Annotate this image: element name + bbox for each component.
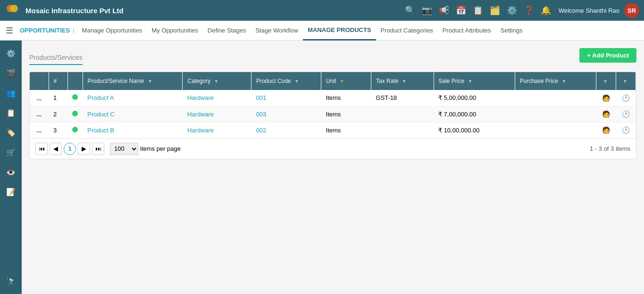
top-bar: Mosaic Infrastructure Pvt Ltd 🔍 📷 📢 📅 📋 …: [0, 0, 644, 21]
action-clock-icon-2[interactable]: 🕐: [621, 125, 631, 135]
section-title: Products/Services: [29, 54, 83, 65]
action-person-icon-1[interactable]: 🧑: [601, 109, 611, 119]
action-clock-icon-1[interactable]: 🕐: [621, 109, 631, 119]
nav-stage-workflow[interactable]: Stage Workflow: [251, 21, 303, 41]
action-person-icon-0[interactable]: 🧑: [601, 93, 611, 103]
status-dot-0: [72, 94, 78, 100]
pagination-current-page[interactable]: 1: [64, 143, 76, 155]
row-menu-button-2[interactable]: ...: [34, 125, 44, 135]
filter-code-icon[interactable]: ▼: [294, 79, 299, 84]
sidebar: ⚙️ 🎬 👥 📋 🏷️ 🛒 👁️ 📝 🔭: [0, 41, 22, 294]
bell-icon[interactable]: 🔔: [541, 5, 551, 16]
sidebar-icon-film[interactable]: 🎬: [3, 65, 19, 81]
sidebar-icon-clipboard[interactable]: 📋: [3, 105, 19, 121]
product-name-link-0[interactable]: Product A: [87, 94, 114, 101]
nav-settings[interactable]: Settings: [495, 21, 527, 41]
nav-separator: |: [73, 27, 74, 34]
sidebar-icon-shopping[interactable]: 🛒: [3, 144, 19, 160]
filter-name-icon[interactable]: ▼: [148, 79, 152, 84]
row-sale-0: ₹ 5,00,000.00: [434, 90, 515, 106]
row-dots-1[interactable]: ...: [30, 106, 49, 122]
row-code-0[interactable]: 001: [251, 90, 321, 106]
pagination-first[interactable]: ⏮: [35, 143, 48, 155]
row-menu-button-1[interactable]: ...: [34, 109, 44, 119]
sidebar-icon-binoculars[interactable]: 🔭: [3, 273, 19, 289]
row-menu-button-0[interactable]: ...: [34, 93, 44, 103]
filter-sale-icon[interactable]: ▼: [468, 79, 473, 84]
filter-action2-icon[interactable]: ▼: [623, 79, 627, 84]
nav-define-stages[interactable]: Define Stages: [203, 21, 251, 41]
products-table-container: # Product/Service Name ▼ Category ▼ Prod…: [29, 72, 636, 159]
pagination-next[interactable]: ▶: [78, 143, 90, 155]
category-link-2[interactable]: Hardware: [187, 127, 214, 134]
code-link-2[interactable]: 002: [256, 127, 267, 134]
row-name-2[interactable]: Product B: [83, 122, 183, 138]
nav-my-opportunities[interactable]: My Opportunities: [147, 21, 203, 41]
row-sale-2: ₹ 10,00,000.00: [434, 122, 515, 138]
row-category-1[interactable]: Hardware: [183, 106, 251, 122]
sidebar-icon-clipboard2[interactable]: 📝: [3, 184, 19, 200]
nav-manage-products[interactable]: MANAGE PRODUCTS: [303, 21, 376, 41]
sidebar-icon-tag[interactable]: 🏷️: [3, 124, 19, 140]
category-link-1[interactable]: Hardware: [187, 111, 214, 118]
products-table: # Product/Service Name ▼ Category ▼ Prod…: [30, 72, 636, 139]
row-code-2[interactable]: 002: [251, 122, 321, 138]
row-name-1[interactable]: Product C: [83, 106, 183, 122]
table-row: ... 2 Product C Hardware 003 Items ₹ 7,0…: [30, 106, 636, 122]
search-icon[interactable]: 🔍: [405, 5, 415, 16]
col-header-action1: ▼: [596, 72, 616, 90]
hamburger-icon[interactable]: ☰: [6, 25, 13, 36]
per-page-select[interactable]: 100 50 25: [110, 143, 138, 155]
col-header-status: [67, 72, 83, 90]
action-person-icon-2[interactable]: 🧑: [601, 125, 611, 135]
nav-product-attributes[interactable]: Product Attributes: [438, 21, 496, 41]
code-link-0[interactable]: 001: [256, 94, 267, 101]
row-status-1: [67, 106, 83, 122]
items-per-page-label: items per page: [140, 145, 181, 152]
nav-manage-opportunities[interactable]: Manage Opportunities: [77, 21, 147, 41]
row-category-2[interactable]: Hardware: [183, 122, 251, 138]
nav-product-categories[interactable]: Product Categories: [376, 21, 438, 41]
filter-unit-icon[interactable]: ▼: [340, 79, 344, 84]
settings-icon[interactable]: ⚙️: [507, 5, 517, 16]
col-header-tax: Tax Rate ▼: [371, 72, 434, 90]
sidebar-icon-users[interactable]: 👥: [3, 85, 19, 101]
row-action1-1[interactable]: 🧑: [596, 106, 616, 122]
megaphone-icon[interactable]: 📢: [439, 5, 449, 16]
calendar-icon[interactable]: 📅: [456, 5, 466, 16]
pagination-prev[interactable]: ◀: [50, 143, 62, 155]
pagination-last[interactable]: ⏭: [92, 143, 104, 155]
code-link-1[interactable]: 003: [256, 111, 267, 118]
filter-action1-icon[interactable]: ▼: [603, 79, 608, 84]
col-header-action2: ▼: [616, 72, 636, 90]
row-category-0[interactable]: Hardware: [183, 90, 251, 106]
action-clock-icon-0[interactable]: 🕐: [621, 93, 631, 103]
filter-purchase-icon[interactable]: ▼: [561, 79, 566, 84]
row-name-0[interactable]: Product A: [83, 90, 183, 106]
help-icon[interactable]: ❓: [524, 5, 534, 16]
category-link-0[interactable]: Hardware: [187, 94, 214, 101]
row-action2-2[interactable]: 🕐: [616, 122, 636, 138]
row-action2-1[interactable]: 🕐: [616, 106, 636, 122]
row-action1-2[interactable]: 🧑: [596, 122, 616, 138]
filter-tax-icon[interactable]: ▼: [402, 79, 407, 84]
row-action2-0[interactable]: 🕐: [616, 90, 636, 106]
avatar[interactable]: SR: [624, 3, 639, 18]
table-row: ... 3 Product B Hardware 002 Items ₹ 10,…: [30, 122, 636, 138]
product-name-link-1[interactable]: Product C: [87, 111, 115, 118]
row-unit-2: Items: [321, 122, 371, 138]
row-dots-0[interactable]: ...: [30, 90, 49, 106]
product-name-link-2[interactable]: Product B: [87, 127, 114, 134]
grid-icon[interactable]: 🗂️: [490, 5, 500, 16]
opportunities-label[interactable]: OPPORTUNITIES: [20, 27, 70, 34]
row-dots-2[interactable]: ...: [30, 122, 49, 138]
camera-icon[interactable]: 📷: [422, 5, 432, 16]
col-header-unit: Unit ▼: [321, 72, 371, 90]
sidebar-icon-gear[interactable]: ⚙️: [3, 45, 19, 61]
row-action1-0[interactable]: 🧑: [596, 90, 616, 106]
sidebar-icon-eye[interactable]: 👁️: [3, 164, 19, 180]
filter-category-icon[interactable]: ▼: [214, 79, 219, 84]
add-product-button[interactable]: + Add Product: [579, 48, 636, 63]
list-icon[interactable]: 📋: [473, 5, 483, 16]
row-code-1[interactable]: 003: [251, 106, 321, 122]
